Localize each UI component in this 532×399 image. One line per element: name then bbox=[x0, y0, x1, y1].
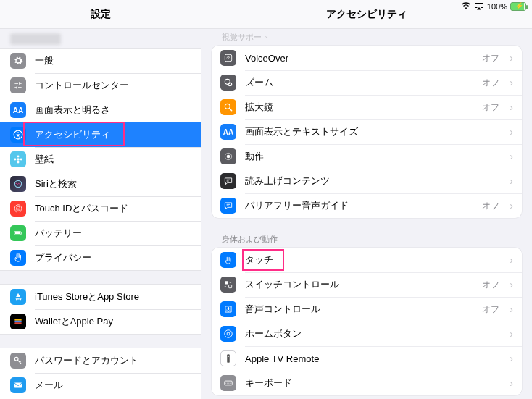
detail-item-magnifier[interactable]: 拡大鏡オフ› bbox=[212, 95, 522, 119]
svg-point-22 bbox=[227, 155, 230, 159]
chevron-right-icon: › bbox=[510, 175, 513, 187]
sidebar-item-privacy[interactable]: プライバシー bbox=[0, 245, 201, 270]
sidebar-item-label: WalletとApple Pay bbox=[35, 315, 191, 328]
sidebar-item-passwords[interactable]: パスワードとアカウント bbox=[0, 348, 201, 373]
svg-rect-9 bbox=[22, 232, 22, 234]
sidebar-item-label: 壁紙 bbox=[35, 153, 191, 166]
svg-point-2 bbox=[17, 158, 20, 161]
wallet-icon bbox=[10, 314, 26, 329]
airplay-icon bbox=[474, 2, 484, 12]
sidebar-item-accessibility[interactable]: アクセシビリティ bbox=[0, 122, 201, 147]
touch-icon bbox=[220, 252, 236, 268]
sidebar-item-label: バッテリー bbox=[35, 227, 191, 240]
chevron-right-icon: › bbox=[510, 101, 513, 113]
keyboard-icon bbox=[220, 375, 236, 391]
motion-icon bbox=[220, 148, 236, 164]
detail-item-label: 画面表示とテキストサイズ bbox=[245, 125, 501, 138]
sidebar-item-controlcenter[interactable]: コントロールセンター bbox=[0, 73, 201, 98]
section-header-cut: 視覚サポート bbox=[201, 32, 532, 46]
spoken-icon bbox=[220, 173, 236, 189]
detail-item-appletv[interactable]: Apple TV Remote› bbox=[212, 346, 522, 371]
detail-item-homebtn[interactable]: ホームボタン› bbox=[212, 322, 522, 346]
battery-percent: 100% bbox=[487, 2, 507, 11]
status-off: オフ bbox=[482, 279, 499, 291]
sidebar-item-display[interactable]: AA画面表示と明るさ bbox=[0, 98, 201, 122]
detail-item-voiceover[interactable]: VoiceOverオフ› bbox=[212, 46, 522, 70]
status-off: オフ bbox=[482, 52, 499, 64]
general-icon bbox=[10, 53, 26, 69]
svg-point-6 bbox=[20, 159, 22, 161]
sidebar-item-label: Touch IDとパスコード bbox=[35, 202, 191, 215]
mail-icon bbox=[10, 377, 26, 393]
zoom-icon bbox=[220, 75, 236, 91]
sidebar-item-battery[interactable]: バッテリー bbox=[0, 221, 201, 245]
svg-point-3 bbox=[17, 155, 20, 157]
sidebar-item-touchid[interactable]: Touch IDとパスコード bbox=[0, 196, 201, 221]
chevron-right-icon: › bbox=[510, 254, 513, 266]
svg-point-18 bbox=[228, 58, 229, 59]
chevron-right-icon: › bbox=[510, 328, 513, 340]
accessibility-icon bbox=[10, 127, 26, 143]
sidebar-item-general[interactable]: 一般 bbox=[0, 49, 201, 73]
chevron-right-icon: › bbox=[510, 126, 513, 138]
sidebar-item-wallet[interactable]: WalletとApple Pay bbox=[0, 309, 201, 334]
sidebar-item-label: Siriと検索 bbox=[35, 177, 191, 190]
detail-item-label: VoiceOver bbox=[245, 53, 473, 64]
chevron-right-icon: › bbox=[510, 279, 513, 290]
detail-item-label: スイッチコントロール bbox=[245, 278, 473, 291]
sidebar-item-label: iTunes StoreとApp Store bbox=[35, 290, 191, 303]
switch-icon bbox=[220, 277, 236, 293]
sidebar-item-label: アクセシビリティ bbox=[35, 128, 191, 141]
chevron-right-icon: › bbox=[510, 377, 513, 389]
detail-item-switch[interactable]: スイッチコントロールオフ› bbox=[212, 272, 522, 297]
detail-item-touch[interactable]: タッチ› bbox=[212, 248, 522, 272]
svg-point-1 bbox=[17, 132, 19, 133]
status-off: オフ bbox=[482, 101, 499, 114]
siri-icon bbox=[10, 176, 26, 192]
battery-icon bbox=[10, 225, 26, 241]
svg-rect-15 bbox=[14, 383, 22, 388]
detail-item-motion[interactable]: 動作› bbox=[212, 144, 522, 169]
svg-point-30 bbox=[228, 356, 229, 357]
detail-item-textsize[interactable]: AA画面表示とテキストサイズ› bbox=[212, 119, 522, 144]
detail-item-spoken[interactable]: 読み上げコンテンツ› bbox=[212, 169, 522, 193]
sidebar-title: 設定 bbox=[0, 0, 201, 29]
svg-rect-24 bbox=[225, 281, 228, 284]
sidebar-item-wallpaper[interactable]: 壁紙 bbox=[0, 147, 201, 172]
detail-item-label: Apple TV Remote bbox=[245, 353, 501, 364]
sidebar-item-label: パスワードとアカウント bbox=[35, 354, 191, 367]
textsize-icon: AA bbox=[220, 124, 236, 140]
audiodesc-icon bbox=[220, 198, 236, 214]
sidebar-item-siri[interactable]: Siriと検索 bbox=[0, 172, 201, 196]
svg-point-14 bbox=[14, 357, 18, 361]
detail-item-label: 読み上げコンテンツ bbox=[245, 175, 501, 188]
svg-rect-25 bbox=[229, 285, 232, 288]
status-off: オフ bbox=[482, 77, 499, 89]
wifi-icon bbox=[461, 2, 471, 11]
status-off: オフ bbox=[482, 200, 499, 212]
sidebar-item-mail[interactable]: メール bbox=[0, 373, 201, 398]
appletv-icon bbox=[220, 350, 236, 366]
detail-item-label: ホームボタン bbox=[245, 327, 501, 340]
svg-rect-13 bbox=[14, 322, 21, 324]
display-icon: AA bbox=[10, 102, 26, 118]
detail-item-keyboard[interactable]: キーボード› bbox=[212, 371, 522, 395]
svg-rect-11 bbox=[14, 319, 21, 321]
detail-item-audiodesc[interactable]: バリアフリー音声ガイドオフ› bbox=[212, 193, 522, 218]
svg-rect-10 bbox=[15, 232, 20, 234]
magnifier-icon bbox=[220, 99, 236, 115]
detail-item-voicectrl[interactable]: 音声コントロールオフ› bbox=[212, 297, 522, 322]
voiceover-icon bbox=[220, 50, 236, 66]
svg-point-4 bbox=[17, 161, 20, 164]
homebtn-icon bbox=[220, 326, 236, 342]
sidebar-item-itunes[interactable]: iTunes StoreとApp Store bbox=[0, 285, 201, 309]
detail-item-label: タッチ bbox=[245, 253, 501, 266]
detail-item-zoom[interactable]: ズームオフ› bbox=[212, 70, 522, 95]
voicectrl-icon bbox=[220, 301, 236, 317]
sidebar-item-label: コントロールセンター bbox=[35, 79, 191, 92]
detail-pane: アクセシビリティ 視覚サポートVoiceOverオフ›ズームオフ›拡大鏡オフ›A… bbox=[201, 0, 532, 399]
section-header: 身体および動作 bbox=[201, 230, 532, 248]
detail-item-label: キーボード bbox=[245, 377, 501, 390]
detail-item-label: 音声コントロール bbox=[245, 303, 473, 316]
battery-icon: ⚡ bbox=[510, 2, 526, 11]
